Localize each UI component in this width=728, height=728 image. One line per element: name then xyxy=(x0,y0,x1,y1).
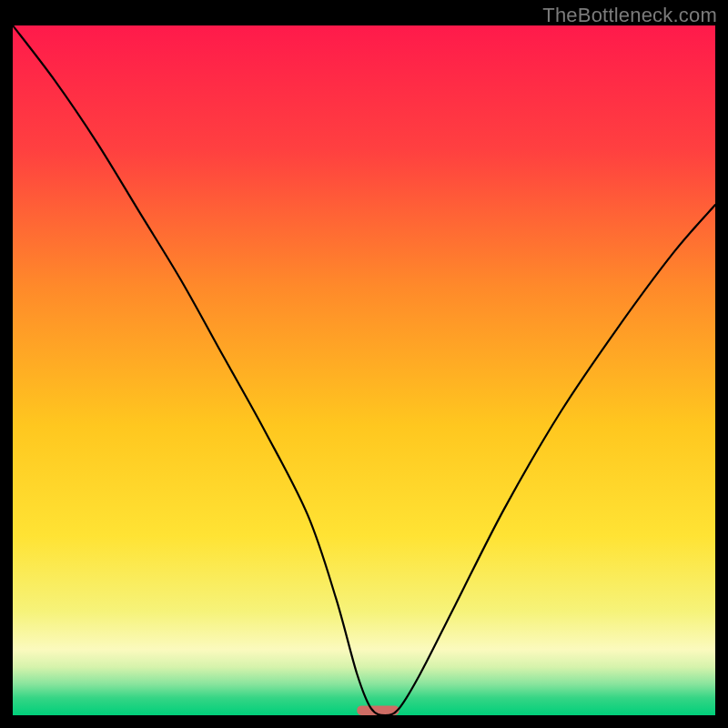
chart-background xyxy=(13,25,715,715)
chart-svg xyxy=(13,25,715,715)
plot-area xyxy=(13,25,715,715)
chart-frame: TheBottleneck.com xyxy=(0,0,728,728)
watermark-label: TheBottleneck.com xyxy=(542,4,717,27)
